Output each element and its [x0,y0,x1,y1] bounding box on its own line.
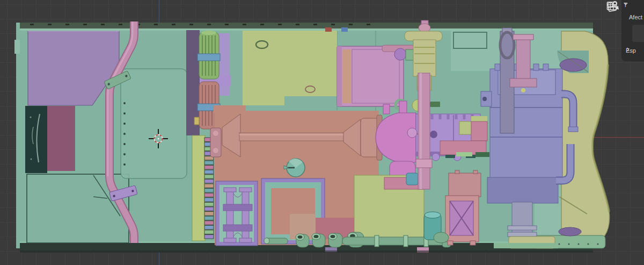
maroon-box [47,106,75,171]
blender-3d-viewport[interactable]: T Afect Esp [0,0,644,265]
yellow-deck-panel [243,31,337,96]
chevron-down-icon [624,2,628,6]
hub-bottom [559,227,581,236]
air-filter-green [197,31,220,79]
viewport-canvas[interactable] [0,0,644,265]
sidebar-subpanel [632,25,644,42]
green-pipe-stub [434,232,449,243]
terminal-bar [192,135,205,241]
blue-junction-box [406,173,418,185]
deck-hatch-panel [121,69,187,178]
pink-hatch-lid[interactable] [337,46,404,106]
vertical-pink-pipe[interactable] [416,73,432,189]
shifter-ball [407,128,417,138]
grid-icon[interactable] [606,17,620,30]
sidebar-collapsed-section[interactable]: Esp [626,47,636,54]
chevron-right-icon [626,47,630,52]
deck-tab-red [325,27,332,32]
salmon-cabinet [449,173,481,197]
x-brace-box [445,196,479,245]
floor-hatch-manifold[interactable] [216,181,258,246]
sidebar-section-header[interactable]: T [624,2,644,8]
hub-top [560,59,587,71]
sidebar-panel: T Afect Esp [621,0,644,61]
affect-setting-label[interactable]: Afect [629,14,642,20]
deck-tab-blue [341,27,348,32]
